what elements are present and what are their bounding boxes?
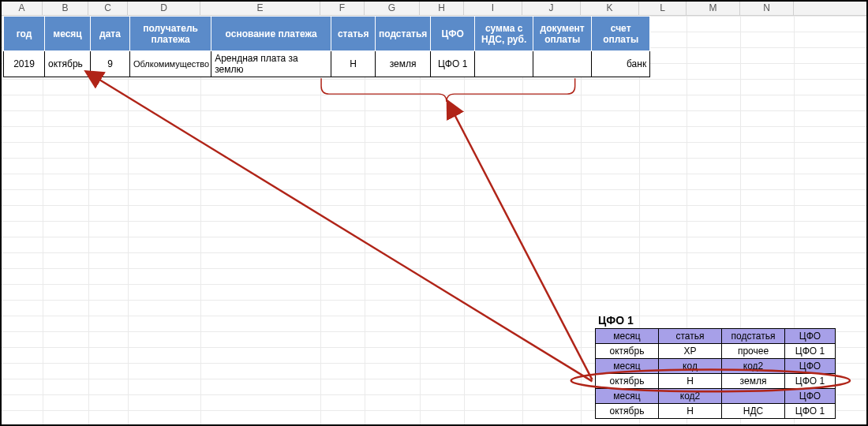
cell-year[interactable]: 2019 xyxy=(4,51,45,77)
subtable-cell[interactable]: ХР xyxy=(659,344,722,359)
col-header-N[interactable]: N xyxy=(740,2,794,15)
subtable-cell[interactable]: ЦФО 1 xyxy=(785,344,836,359)
subtable-cell[interactable]: ЦФО 1 xyxy=(785,374,836,389)
cell-basis[interactable]: Арендная плата за землю xyxy=(211,51,331,77)
cell-month[interactable]: октябрь xyxy=(45,51,91,77)
subtable-header: месяц статья подстатья ЦФО xyxy=(596,329,836,344)
th-subarticle: подстатья xyxy=(376,17,431,51)
cell-article[interactable]: Н xyxy=(331,51,376,77)
cell-account[interactable]: банк xyxy=(592,51,650,77)
sth-subarticle: подстатья xyxy=(722,329,785,344)
subtable-cell[interactable]: октябрь xyxy=(596,374,659,389)
subtable-cell[interactable]: код xyxy=(659,359,722,374)
col-header-K[interactable]: K xyxy=(581,2,639,15)
col-header-I[interactable]: I xyxy=(464,2,522,15)
col-header-B[interactable]: B xyxy=(43,2,88,15)
subtable-cell[interactable]: земля xyxy=(722,374,785,389)
col-header-E[interactable]: E xyxy=(200,2,320,15)
cell-cfo[interactable]: ЦФО 1 xyxy=(431,51,475,77)
subtable-row: октябрьНземляЦФО 1 xyxy=(596,374,836,389)
th-basis: основание платежа xyxy=(211,17,331,51)
lookup-table: месяц статья подстатья ЦФО октябрьХРпроч… xyxy=(595,328,836,419)
th-cfo: ЦФО xyxy=(431,17,475,51)
col-header-F[interactable]: F xyxy=(320,2,365,15)
subtable-cell[interactable]: ЦФО 1 xyxy=(785,404,836,419)
subtable-cell[interactable] xyxy=(722,389,785,404)
subtable-cell[interactable]: прочее xyxy=(722,344,785,359)
col-header-A[interactable]: A xyxy=(2,2,43,15)
cell-subarticle[interactable]: земля xyxy=(376,51,431,77)
col-header-H[interactable]: H xyxy=(420,2,464,15)
th-date: дата xyxy=(91,17,130,51)
subtable-title: ЦФО 1 xyxy=(598,314,634,327)
col-header-J[interactable]: J xyxy=(522,2,581,15)
cell-paydoc[interactable] xyxy=(533,51,592,77)
col-header-L[interactable]: L xyxy=(639,2,687,15)
cell-payee[interactable]: Облкомимущество xyxy=(130,51,211,77)
sth-cfo: ЦФО xyxy=(785,329,836,344)
subtable-cell[interactable]: ЦФО xyxy=(785,389,836,404)
col-header-M[interactable]: M xyxy=(687,2,740,15)
th-month: месяц xyxy=(45,17,91,51)
cell-date[interactable]: 9 xyxy=(91,51,130,77)
column-headers: A B C D E F G H I J K L M N xyxy=(2,2,866,16)
subtable-cell[interactable]: октябрь xyxy=(596,344,659,359)
table-header-row: год месяц дата получатель платежа основа… xyxy=(4,17,650,51)
th-paydoc: документ оплаты xyxy=(533,17,592,51)
subtable-cell[interactable]: месяц xyxy=(596,359,659,374)
sth-month: месяц xyxy=(596,329,659,344)
spreadsheet[interactable]: A B C D E F G H I J K L M N год месяц да… xyxy=(0,0,868,426)
subtable-cell[interactable]: код2 xyxy=(722,359,785,374)
arrow-to-month xyxy=(97,78,592,381)
col-header-G[interactable]: G xyxy=(365,2,420,15)
subtable-cell[interactable]: месяц xyxy=(596,389,659,404)
th-account: счет оплаты xyxy=(592,17,650,51)
subtable-row: октябрьХРпрочееЦФО 1 xyxy=(596,344,836,359)
table-row: 2019 октябрь 9 Облкомимущество Арендная … xyxy=(4,51,650,77)
subtable-cell[interactable]: код2 xyxy=(659,389,722,404)
payments-table: год месяц дата получатель платежа основа… xyxy=(3,16,650,77)
col-header-D[interactable]: D xyxy=(128,2,200,15)
cell-sum[interactable] xyxy=(475,51,533,77)
subtable-subheader: месяцкодкод2ЦФО xyxy=(596,359,836,374)
subtable-cell[interactable]: НДС xyxy=(722,404,785,419)
sth-article: статья xyxy=(659,329,722,344)
th-year: год xyxy=(4,17,45,51)
subtable-cell[interactable]: Н xyxy=(659,374,722,389)
subtable-row: октябрьННДСЦФО 1 xyxy=(596,404,836,419)
subtable-cell[interactable]: октябрь xyxy=(596,404,659,419)
th-sum: сумма с НДС, руб. xyxy=(475,17,533,51)
th-payee: получатель платежа xyxy=(130,17,211,51)
col-header-C[interactable]: C xyxy=(88,2,128,15)
arrow-to-columns xyxy=(454,113,593,379)
th-article: статья xyxy=(331,17,376,51)
bracket-annotation xyxy=(321,78,575,102)
subtable-cell[interactable]: Н xyxy=(659,404,722,419)
subtable-subheader: месяцкод2ЦФО xyxy=(596,389,836,404)
subtable-cell[interactable]: ЦФО xyxy=(785,359,836,374)
